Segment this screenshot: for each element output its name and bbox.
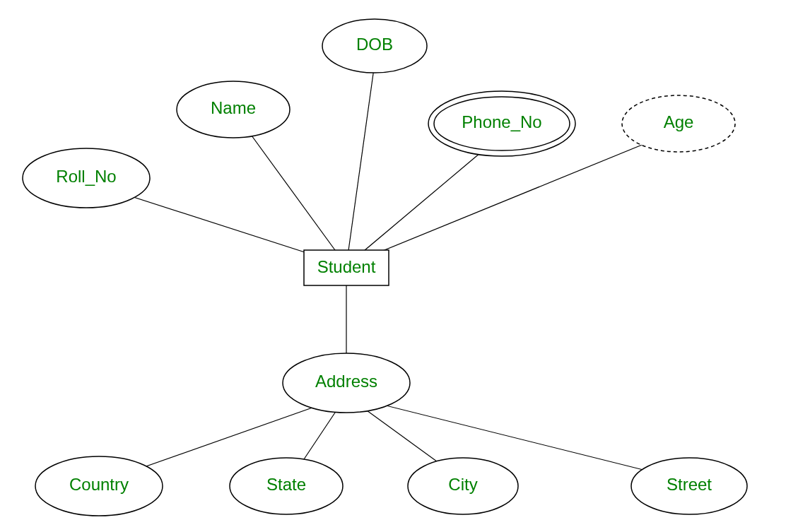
- attr-city-label: City: [448, 475, 477, 494]
- er-diagram: Student DOB Name Roll_No Phone_No Age Ad…: [0, 0, 786, 532]
- attr-address-label: Address: [315, 372, 377, 391]
- attr-street-label: Street: [667, 475, 712, 494]
- attr-age-label: Age: [664, 112, 694, 131]
- attr-dob-label: DOB: [356, 35, 393, 54]
- edge-student-dob: [346, 64, 375, 266]
- attr-name-label: Name: [211, 98, 256, 117]
- edge-student-phone: [346, 138, 498, 266]
- entity-student-label: Student: [317, 257, 376, 276]
- edge-student-name: [240, 120, 346, 266]
- edge-address-street: [346, 396, 686, 480]
- attr-phone-label: Phone_No: [462, 112, 541, 131]
- attr-state-label: State: [266, 475, 306, 494]
- attr-rollno-label: Roll_No: [56, 167, 116, 186]
- attr-country-label: Country: [69, 475, 129, 494]
